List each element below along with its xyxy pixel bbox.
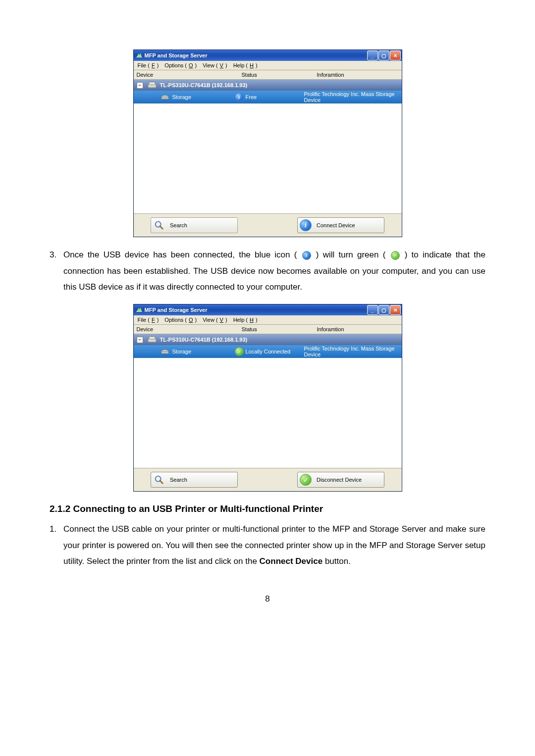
- svg-rect-5: [161, 97, 168, 99]
- step-1-text: Connect the USB cable on your printer or…: [63, 521, 485, 569]
- column-status: Status: [239, 70, 314, 79]
- menu-help[interactable]: Help (H): [231, 316, 260, 323]
- storage-icon: [160, 348, 169, 355]
- info-icon: i: [235, 93, 244, 101]
- text-fragment: button.: [325, 556, 351, 566]
- section-heading: 2.1.2 Connecting to an USB Printer or Mu…: [50, 504, 485, 514]
- server-icon: [147, 336, 157, 344]
- device-info: Prolific Technology Inc. Mass Storage De…: [304, 91, 402, 103]
- menu-help[interactable]: Help (H): [231, 62, 260, 69]
- minimize-button[interactable]: _: [367, 50, 378, 60]
- device-list: − TL-PS310U-C7641B (192.168.1.93) Storag…: [134, 334, 402, 468]
- svg-rect-3: [149, 82, 155, 85]
- device-row[interactable]: Storage i Free Prolific Technology Inc. …: [134, 91, 402, 103]
- maximize-button[interactable]: ▢: [378, 305, 389, 315]
- tree-collapse-icon[interactable]: −: [137, 337, 143, 343]
- list-marker: 3.: [50, 247, 63, 295]
- minimize-button[interactable]: _: [367, 305, 378, 315]
- svg-marker-0: [137, 53, 142, 57]
- column-info: Inforamtion: [314, 70, 402, 79]
- tree-line: [134, 345, 160, 358]
- check-icon: ✓: [300, 474, 312, 486]
- search-label: Search: [170, 222, 187, 228]
- device-info: Prolific Technology Inc. Mass Storage De…: [304, 346, 402, 357]
- search-label: Search: [170, 477, 187, 483]
- step-3-text: Once the USB device has been connected, …: [63, 247, 485, 295]
- window-title: MFP and Storage Server: [145, 52, 367, 58]
- list-marker: 1.: [50, 521, 63, 569]
- check-icon-green-inline: ✓: [391, 247, 400, 262]
- device-status: Free: [246, 94, 257, 100]
- menu-options[interactable]: Options (O): [162, 62, 199, 69]
- search-icon: [153, 474, 165, 486]
- server-label: TL-PS310U-C7641B (192.168.1.93): [160, 337, 248, 343]
- svg-rect-11: [149, 337, 155, 339]
- menubar: File (F) Options (O) View (V) Help (H): [134, 315, 402, 325]
- server-icon: [147, 81, 157, 89]
- titlebar: MFP and Storage Server _ ▢ ✕: [134, 50, 402, 61]
- disconnect-device-button[interactable]: ✓ Disconnect Device: [297, 472, 384, 488]
- menu-options[interactable]: Options (O): [162, 316, 199, 323]
- device-status: Locally Connected: [246, 349, 291, 354]
- page-number: 8: [50, 594, 485, 604]
- step-3: 3. Once the USB device has been connecte…: [50, 247, 485, 295]
- tree-line: [134, 91, 160, 103]
- menu-view[interactable]: View (V): [201, 316, 229, 323]
- column-device: Device: [134, 70, 239, 79]
- connect-device-label-bold: Connect Device: [260, 556, 323, 566]
- device-list: − TL-PS310U-C7641B (192.168.1.93) Storag…: [134, 80, 402, 214]
- window-title: MFP and Storage Server: [145, 307, 367, 313]
- column-device: Device: [134, 325, 239, 334]
- svg-marker-8: [137, 307, 142, 311]
- menu-view[interactable]: View (V): [201, 62, 229, 69]
- app-window-connected: MFP and Storage Server _ ▢ ✕ File (F) Op…: [133, 304, 402, 492]
- search-button[interactable]: Search: [151, 472, 238, 488]
- info-icon: i: [300, 219, 312, 231]
- menu-file[interactable]: File (F): [136, 316, 161, 323]
- menubar: File (F) Options (O) View (V) Help (H): [134, 61, 402, 70]
- device-name: Storage: [172, 94, 192, 100]
- bottom-toolbar: Search i Connect Device: [134, 214, 402, 237]
- storage-icon: [160, 94, 169, 101]
- svg-rect-13: [161, 352, 168, 353]
- svg-rect-9: [136, 311, 142, 312]
- menu-file[interactable]: File (F): [136, 62, 161, 69]
- tree-collapse-icon[interactable]: −: [137, 82, 143, 89]
- svg-line-7: [160, 226, 163, 229]
- search-button[interactable]: Search: [151, 217, 238, 233]
- info-icon-blue-inline: i: [302, 247, 311, 262]
- window-controls: _ ▢ ✕: [367, 305, 402, 315]
- text-fragment: ) will turn green (: [316, 250, 386, 259]
- close-button[interactable]: ✕: [390, 50, 401, 60]
- titlebar: MFP and Storage Server _ ▢ ✕: [134, 304, 402, 315]
- search-icon: [153, 219, 165, 231]
- device-row[interactable]: Storage ✓ Locally Connected Prolific Tec…: [134, 345, 402, 358]
- svg-line-15: [160, 481, 163, 484]
- app-icon: [136, 52, 143, 59]
- check-icon: ✓: [235, 347, 244, 356]
- connect-device-button[interactable]: i Connect Device: [297, 217, 384, 233]
- server-label: TL-PS310U-C7641B (192.168.1.93): [160, 82, 248, 88]
- window-controls: _ ▢ ✕: [367, 50, 402, 60]
- close-button[interactable]: ✕: [390, 305, 401, 315]
- column-info: Inforamtion: [314, 325, 402, 334]
- bottom-toolbar: Search ✓ Disconnect Device: [134, 468, 402, 491]
- server-row[interactable]: − TL-PS310U-C7641B (192.168.1.93): [134, 80, 402, 91]
- app-window-free: MFP and Storage Server _ ▢ ✕ File (F) Op…: [133, 50, 402, 237]
- column-status: Status: [239, 325, 314, 334]
- column-headers: Device Status Inforamtion: [134, 325, 402, 334]
- maximize-button[interactable]: ▢: [378, 50, 389, 60]
- device-name: Storage: [172, 349, 192, 354]
- server-row[interactable]: − TL-PS310U-C7641B (192.168.1.93): [134, 334, 402, 345]
- action-label: Connect Device: [317, 222, 355, 228]
- column-headers: Device Status Inforamtion: [134, 70, 402, 80]
- step-1: 1. Connect the USB cable on your printer…: [50, 521, 485, 569]
- app-icon: [136, 306, 143, 313]
- action-label: Disconnect Device: [317, 477, 362, 483]
- text-fragment: Once the USB device has been connected, …: [63, 250, 297, 259]
- svg-rect-1: [136, 57, 142, 57]
